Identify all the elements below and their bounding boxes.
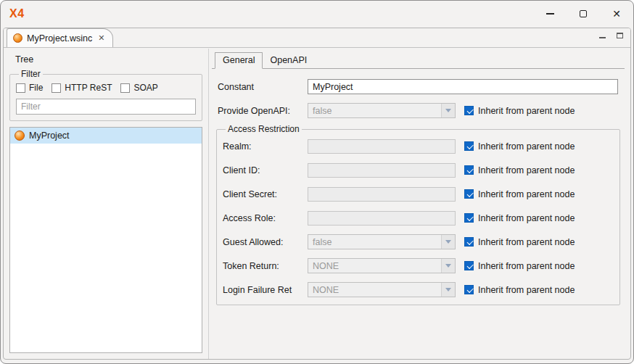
- inherit-checkbox[interactable]: [464, 285, 474, 294]
- inherit-checkbox[interactable]: [464, 237, 474, 247]
- token-return-inherit[interactable]: Inherit from parent node: [464, 261, 575, 271]
- tree-panel-title: Tree: [15, 54, 202, 65]
- token-return-select[interactable]: NONE: [308, 258, 456, 273]
- inherit-label: Inherit from parent node: [478, 141, 575, 152]
- chevron-down-icon: [441, 283, 455, 297]
- inherit-checkbox[interactable]: [464, 141, 474, 151]
- provide-openapi-label: Provide OpenAPI:: [218, 106, 308, 116]
- inherit-checkbox[interactable]: [464, 165, 474, 175]
- inherit-label: Inherit from parent node: [478, 237, 575, 247]
- maximize-view-button[interactable]: [614, 31, 625, 40]
- minimize-button[interactable]: [533, 1, 567, 27]
- guest-allowed-inherit[interactable]: Inherit from parent node: [464, 237, 575, 247]
- access-role-row: Access Role: Inherit from parent node: [223, 206, 614, 230]
- login-failure-row: Login Failure Ret NONE Inherit from pare…: [223, 278, 614, 302]
- maximize-button[interactable]: [567, 1, 600, 27]
- token-return-label: Token Return:: [223, 261, 308, 271]
- access-restriction-group: Access Restriction Realm: Inherit from p…: [216, 124, 620, 305]
- tab-openapi[interactable]: OpenAPI: [263, 53, 314, 68]
- file-checkbox[interactable]: [16, 83, 25, 93]
- access-restriction-title: Access Restriction: [226, 124, 302, 134]
- x4-logo: X4: [9, 7, 25, 20]
- client-secret-inherit[interactable]: Inherit from parent node: [464, 189, 575, 199]
- provide-openapi-row: Provide OpenAPI: false Inherit from pare…: [218, 99, 620, 123]
- project-tree: MyProject: [9, 127, 202, 353]
- inherit-checkbox[interactable]: [464, 189, 474, 199]
- inherit-label: Inherit from parent node: [478, 106, 575, 116]
- filter-checkbox-soap[interactable]: SOAP: [120, 83, 157, 93]
- tab-close-icon[interactable]: ✕: [98, 33, 104, 43]
- filter-checkbox-http-rest[interactable]: HTTP ReST: [52, 83, 112, 93]
- editor-area: MyProject.wsinc ✕ Tree Filter File: [3, 28, 631, 360]
- file-checkbox-label: File: [29, 83, 43, 93]
- inherit-label: Inherit from parent node: [478, 189, 575, 199]
- client-id-input[interactable]: [308, 163, 456, 178]
- chevron-down-icon: [441, 259, 455, 273]
- soap-checkbox-label: SOAP: [133, 83, 157, 93]
- client-id-label: Client ID:: [223, 165, 308, 175]
- maximize-icon: [580, 10, 587, 17]
- provide-openapi-inherit[interactable]: Inherit from parent node: [464, 106, 575, 116]
- tree-panel: Tree Filter File HTTP ReST: [4, 49, 208, 359]
- inherit-label: Inherit from parent node: [478, 213, 575, 223]
- client-secret-row: Client Secret: Inherit from parent node: [223, 182, 614, 206]
- chevron-down-icon: [441, 235, 455, 249]
- properties-tab-bar: General OpenAPI: [212, 51, 625, 69]
- inherit-label: Inherit from parent node: [478, 285, 575, 295]
- client-secret-label: Client Secret:: [223, 189, 308, 199]
- minimize-view-button[interactable]: [597, 31, 607, 40]
- constant-input[interactable]: [308, 79, 618, 94]
- realm-label: Realm:: [223, 141, 308, 152]
- filter-group: Filter File HTTP ReST SOAP: [9, 69, 202, 121]
- realm-input[interactable]: [308, 139, 456, 154]
- inherit-checkbox[interactable]: [464, 213, 474, 223]
- guest-allowed-value: false: [308, 237, 441, 247]
- client-id-inherit[interactable]: Inherit from parent node: [464, 165, 575, 175]
- provide-openapi-select[interactable]: false: [308, 103, 456, 118]
- title-bar: X4 ✕: [1, 1, 633, 27]
- close-button[interactable]: ✕: [600, 1, 633, 27]
- window-controls: ✕: [533, 1, 633, 27]
- client-secret-input[interactable]: [308, 187, 456, 202]
- access-role-label: Access Role:: [223, 213, 308, 223]
- filter-checkbox-file[interactable]: File: [16, 83, 43, 93]
- chevron-down-icon: [441, 104, 455, 117]
- tree-item-myproject[interactable]: MyProject: [10, 128, 202, 144]
- editor-tab-myproject[interactable]: MyProject.wsinc ✕: [7, 28, 113, 47]
- realm-row: Realm: Inherit from parent node: [223, 134, 614, 158]
- token-return-row: Token Return: NONE Inherit from parent n…: [223, 254, 614, 278]
- guest-allowed-row: Guest Allowed: false Inherit from parent…: [223, 230, 614, 254]
- view-controls: [597, 31, 625, 40]
- editor-tab-bar: MyProject.wsinc ✕: [4, 28, 630, 48]
- tab-general[interactable]: General: [215, 52, 263, 69]
- close-icon: ✕: [612, 8, 621, 20]
- filter-group-title: Filter: [19, 69, 43, 79]
- soap-checkbox[interactable]: [120, 83, 130, 93]
- login-failure-inherit[interactable]: Inherit from parent node: [464, 285, 575, 295]
- http-rest-checkbox[interactable]: [52, 83, 61, 93]
- properties-panel: General OpenAPI Constant Provide OpenAPI…: [208, 49, 630, 359]
- guest-allowed-label: Guest Allowed:: [223, 237, 308, 247]
- minimize-icon: [546, 13, 554, 15]
- minimize-view-icon: [599, 37, 606, 38]
- constant-label: Constant: [218, 82, 308, 92]
- project-icon: [15, 131, 25, 141]
- realm-inherit[interactable]: Inherit from parent node: [464, 141, 575, 152]
- login-failure-label: Login Failure Ret: [223, 285, 308, 295]
- inherit-checkbox[interactable]: [464, 261, 474, 270]
- token-return-value: NONE: [308, 261, 441, 271]
- access-role-input[interactable]: [308, 211, 456, 226]
- http-rest-checkbox-label: HTTP ReST: [65, 83, 112, 93]
- inherit-checkbox[interactable]: [464, 106, 474, 115]
- guest-allowed-select[interactable]: false: [308, 234, 456, 249]
- filter-input[interactable]: [16, 99, 196, 115]
- access-role-inherit[interactable]: Inherit from parent node: [464, 213, 575, 223]
- constant-row: Constant: [218, 75, 620, 99]
- client-id-row: Client ID: Inherit from parent node: [223, 158, 614, 182]
- filter-checkbox-row: File HTTP ReST SOAP: [16, 83, 196, 93]
- provide-openapi-value: false: [308, 106, 441, 116]
- app-window: X4 ✕ MyProject.wsinc ✕ Tree Fi: [0, 0, 634, 364]
- editor-content: Tree Filter File HTTP ReST: [4, 49, 630, 359]
- wsinc-file-icon: [13, 33, 22, 43]
- login-failure-select[interactable]: NONE: [308, 282, 456, 297]
